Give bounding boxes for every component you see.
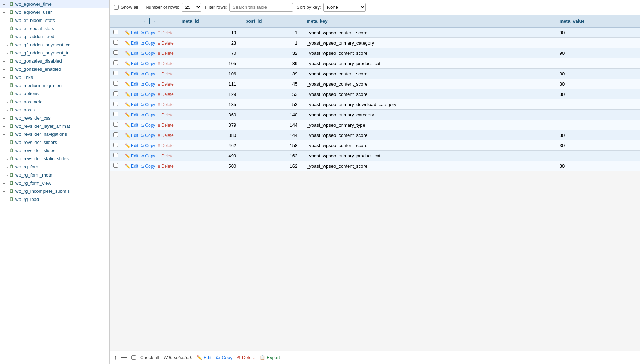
delete-button[interactable]: ⊖ Delete (157, 51, 174, 56)
table-row: ✏️ Edit 🗂 Copy ⊖ Delete 499 162 _yoast_w… (110, 151, 640, 161)
delete-button[interactable]: ⊖ Delete (157, 102, 174, 107)
delete-button[interactable]: ⊖ Delete (157, 41, 174, 46)
sidebar-item[interactable]: + - 🗒 wp_rg_form_view (0, 179, 109, 187)
show-all-checkbox[interactable] (114, 5, 119, 10)
sidebar-item[interactable]: + - 🗒 wp_posts (0, 106, 109, 114)
delete-button[interactable]: ⊖ Delete (157, 164, 174, 169)
col-post-id[interactable]: post_id (242, 15, 303, 27)
search-input[interactable] (229, 3, 293, 12)
sidebar-item[interactable]: + - 🗒 wp_rg_form_meta (0, 171, 109, 179)
col-meta-key[interactable]: meta_key (303, 15, 556, 27)
row-checkbox[interactable] (113, 40, 118, 45)
sidebar-item[interactable]: + - 🗒 wp_et_social_stats (0, 24, 109, 33)
delete-button[interactable]: ⊖ Delete (157, 61, 174, 66)
footer-export-button[interactable]: 📋 Export (259, 355, 280, 360)
copy-button[interactable]: 🗂 Copy (140, 164, 155, 169)
edit-button[interactable]: ✏️ Edit (125, 41, 138, 46)
sidebar-item[interactable]: + - 🗒 wp_egrower_user (0, 8, 109, 16)
row-checkbox[interactable] (113, 102, 118, 106)
copy-button[interactable]: 🗂 Copy (140, 71, 155, 76)
edit-button[interactable]: ✏️ Edit (125, 92, 138, 97)
delete-button[interactable]: ⊖ Delete (157, 82, 174, 87)
copy-button[interactable]: 🗂 Copy (140, 112, 155, 117)
row-checkbox-cell (110, 161, 121, 171)
row-checkbox[interactable] (113, 81, 118, 86)
sidebar-item[interactable]: + - 🗒 wp_rg_lead (0, 195, 109, 203)
delete-button[interactable]: ⊖ Delete (157, 112, 174, 117)
edit-button[interactable]: ✏️ Edit (125, 133, 138, 138)
copy-button[interactable]: 🗂 Copy (140, 61, 155, 66)
delete-button[interactable]: ⊖ Delete (157, 133, 174, 138)
sidebar-item[interactable]: + - 🗒 wp_medium_migration (0, 81, 109, 89)
meta-id-cell: 379 (178, 120, 242, 130)
edit-button[interactable]: ✏️ Edit (125, 154, 138, 158)
delete-button[interactable]: ⊖ Delete (157, 92, 174, 97)
copy-button[interactable]: 🗂 Copy (140, 102, 155, 107)
delete-button[interactable]: ⊖ Delete (157, 154, 174, 158)
col-meta-id[interactable]: meta_id (178, 15, 242, 27)
rows-select[interactable]: 2550100250500 (182, 3, 201, 12)
edit-button[interactable]: ✏️ Edit (125, 30, 138, 35)
delete-button[interactable]: ⊖ Delete (157, 71, 174, 76)
delete-button[interactable]: ⊖ Delete (157, 143, 174, 148)
footer-copy-button[interactable]: 🗂 Copy (216, 355, 232, 360)
sidebar-item[interactable]: + - 🗒 wp_gonzales_enabled (0, 65, 109, 73)
row-checkbox[interactable] (113, 50, 118, 55)
sort-select[interactable]: Nonemeta_idpost_idmeta_keymeta_value (323, 3, 366, 12)
sidebar-item[interactable]: + - 🗒 wp_revslider_css (0, 114, 109, 122)
row-checkbox[interactable] (113, 112, 118, 116)
edit-button[interactable]: ✏️ Edit (125, 61, 138, 66)
row-checkbox[interactable] (113, 132, 118, 137)
delete-label: Delete (161, 154, 174, 158)
row-checkbox[interactable] (113, 153, 118, 157)
footer-edit-button[interactable]: ✏️ Edit (196, 355, 211, 360)
copy-button[interactable]: 🗂 Copy (140, 154, 155, 158)
sidebar-item[interactable]: + - 🗒 wp_revslider_layer_animat (0, 122, 109, 130)
copy-button[interactable]: 🗂 Copy (140, 123, 155, 128)
copy-button[interactable]: 🗂 Copy (140, 82, 155, 87)
sidebar-item[interactable]: + - 🗒 wp_links (0, 73, 109, 81)
copy-button[interactable]: 🗂 Copy (140, 51, 155, 56)
meta-key-cell: _yoast_wpseo_primary_download_category (303, 99, 556, 110)
sidebar-item[interactable]: + - 🗒 wp_gf_addon_feed (0, 33, 109, 41)
sidebar-item[interactable]: + - 🗒 wp_rg_incomplete_submis (0, 187, 109, 195)
copy-button[interactable]: 🗂 Copy (140, 143, 155, 148)
sort-label: Sort by key: (297, 5, 321, 10)
sidebar-item[interactable]: + - 🗒 wp_revslider_sliders (0, 138, 109, 146)
row-checkbox[interactable] (113, 122, 118, 127)
footer-delete-button[interactable]: ⊖ Delete (237, 355, 256, 360)
edit-button[interactable]: ✏️ Edit (125, 51, 138, 56)
sidebar-item[interactable]: + - 🗒 wp_gf_addon_payment_tr (0, 49, 109, 57)
row-checkbox[interactable] (113, 143, 118, 147)
col-meta-value[interactable]: meta_value (556, 15, 640, 27)
sidebar-item[interactable]: + - 🗒 wp_et_bloom_stats (0, 16, 109, 24)
copy-button[interactable]: 🗂 Copy (140, 92, 155, 97)
edit-button[interactable]: ✏️ Edit (125, 71, 138, 76)
sidebar-item[interactable]: + - 🗒 wp_postmeta (0, 98, 109, 106)
sidebar-item[interactable]: + - 🗒 wp_rg_form (0, 163, 109, 171)
edit-button[interactable]: ✏️ Edit (125, 164, 138, 169)
edit-button[interactable]: ✏️ Edit (125, 112, 138, 117)
edit-button[interactable]: ✏️ Edit (125, 143, 138, 148)
sidebar-item[interactable]: + - 🗒 wp_gonzales_disabled (0, 57, 109, 65)
copy-button[interactable]: 🗂 Copy (140, 30, 155, 35)
row-checkbox[interactable] (113, 91, 118, 96)
copy-button[interactable]: 🗂 Copy (140, 133, 155, 138)
edit-button[interactable]: ✏️ Edit (125, 102, 138, 107)
sidebar-item[interactable]: + - 🗒 wp_egrower_time (0, 0, 109, 8)
sidebar-item[interactable]: + - 🗒 wp_revslider_slides (0, 146, 109, 155)
delete-button[interactable]: ⊖ Delete (157, 30, 174, 35)
sidebar-item[interactable]: + - 🗒 wp_gf_addon_payment_ca (0, 41, 109, 49)
row-checkbox[interactable] (113, 30, 118, 34)
sidebar-item[interactable]: + - 🗒 wp_revslider_static_slides (0, 155, 109, 163)
row-checkbox[interactable] (113, 163, 118, 168)
edit-button[interactable]: ✏️ Edit (125, 123, 138, 128)
sidebar-item[interactable]: + - 🗒 wp_revslider_navigations (0, 130, 109, 138)
row-checkbox[interactable] (113, 60, 118, 65)
copy-button[interactable]: 🗂 Copy (140, 41, 155, 46)
sidebar-item[interactable]: + - 🗒 wp_options (0, 89, 109, 98)
row-checkbox[interactable] (113, 71, 118, 75)
delete-button[interactable]: ⊖ Delete (157, 123, 174, 128)
check-all-checkbox[interactable] (131, 355, 136, 360)
edit-button[interactable]: ✏️ Edit (125, 82, 138, 87)
